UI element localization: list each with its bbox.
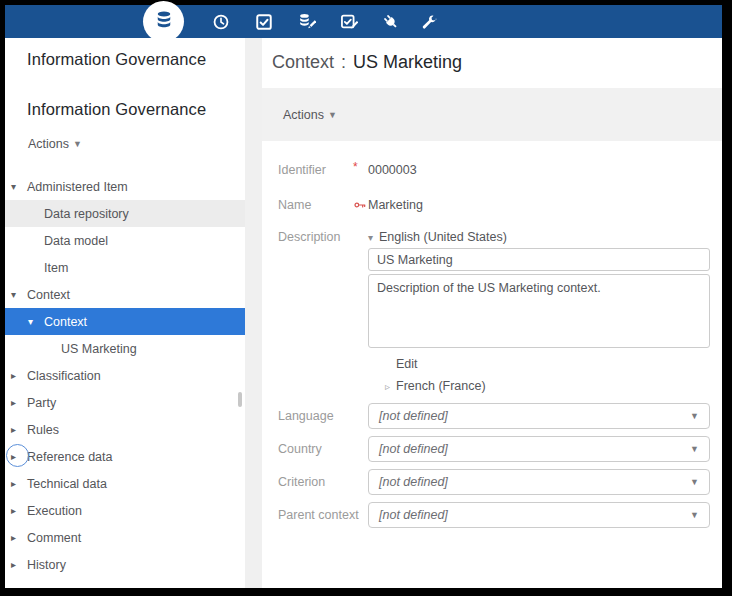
locale-french-label: French (France): [396, 379, 486, 393]
identifier-row: Identifier * 0000003: [278, 163, 710, 177]
tree-item-party[interactable]: ▸Party: [5, 389, 245, 416]
tree-item-history[interactable]: ▸History: [5, 551, 245, 578]
chevron-right-icon[interactable]: ▸: [11, 559, 27, 570]
tree-item-label: Context: [44, 315, 87, 329]
parent-context-select[interactable]: [not defined]▼: [368, 502, 710, 528]
tree-item-context[interactable]: ▾Context: [5, 281, 245, 308]
tree-item-label: Classification: [27, 369, 101, 383]
language-row: Language[not defined]▼: [278, 404, 710, 428]
check-square-icon[interactable]: [255, 13, 273, 31]
tree-item-label: History: [27, 558, 66, 572]
sidebar-scrollbar[interactable]: [238, 392, 242, 407]
tree-item-execution[interactable]: ▸Execution: [5, 497, 245, 524]
locale-english-toggle[interactable]: ▾ English (United States): [368, 230, 710, 244]
criterion-label: Criterion: [278, 475, 368, 489]
locale-english-label: English (United States): [379, 230, 507, 244]
tree-item-label: Data model: [44, 234, 108, 248]
select-value: [not defined]: [379, 409, 690, 423]
active-tool-highlight-circle[interactable]: [143, 1, 184, 42]
sidebar-actions-menu[interactable]: Actions▼: [28, 137, 82, 151]
tree-item-label: Comment: [27, 531, 81, 545]
tree-item-label: Rules: [27, 423, 59, 437]
plug-icon[interactable]: [382, 13, 400, 31]
tree-item-reference-data[interactable]: ▸Reference data: [5, 443, 245, 470]
identifier-value: 0000003: [368, 163, 417, 177]
chevron-right-icon: ▹: [385, 381, 396, 392]
tree-item-label: Party: [27, 396, 56, 410]
main-toolbar: Actions▼: [262, 88, 722, 141]
clock-icon[interactable]: [212, 13, 230, 31]
language-label: Language: [278, 409, 368, 423]
criterion-select[interactable]: [not defined]▼: [368, 469, 710, 495]
chevron-down-icon: ▼: [690, 411, 699, 421]
name-label: Name: [278, 198, 353, 212]
tree-item-technical-data[interactable]: ▸Technical data: [5, 470, 245, 497]
select-value: [not defined]: [379, 475, 690, 489]
tree-item-label: Execution: [27, 504, 82, 518]
description-title-input[interactable]: [368, 248, 710, 271]
wrench-icon[interactable]: [420, 13, 438, 31]
panel-divider[interactable]: [245, 38, 262, 588]
description-text-area[interactable]: Description of the US Marketing context.: [368, 274, 710, 348]
tree-item-label: Administered Item: [27, 180, 128, 194]
chevron-down-icon: ▼: [690, 477, 699, 487]
chevron-right-icon[interactable]: ▸: [11, 532, 27, 543]
application-window: Information Governance Information Gover…: [5, 5, 722, 588]
language-select[interactable]: [not defined]▼: [368, 403, 710, 429]
tree-item-us-marketing[interactable]: US Marketing: [5, 335, 245, 362]
key-icon: [353, 198, 368, 212]
name-value: Marketing: [368, 198, 423, 212]
tree-item-classification[interactable]: ▸Classification: [5, 362, 245, 389]
page-title-type: Context: [272, 52, 334, 72]
chevron-right-icon[interactable]: ▸: [11, 397, 27, 408]
name-row: Name Marketing: [278, 198, 710, 212]
tree-item-item[interactable]: Item: [5, 254, 245, 281]
tree-item-data-model[interactable]: Data model: [5, 227, 245, 254]
main-pane: Context:US Marketing Actions▼ Identifier…: [262, 38, 722, 588]
locale-french-toggle[interactable]: ▹ French (France): [385, 379, 710, 393]
navigation-tree: ▾Administered ItemData repositoryData mo…: [5, 173, 245, 578]
chevron-down-icon[interactable]: ▾: [11, 181, 27, 192]
country-select[interactable]: [not defined]▼: [368, 436, 710, 462]
required-asterisk: *: [353, 162, 358, 172]
tree-item-label: US Marketing: [61, 342, 137, 356]
tree-item-comment[interactable]: ▸Comment: [5, 524, 245, 551]
database-icon: [154, 10, 174, 34]
tree-item-label: Item: [44, 261, 68, 275]
app-title: Information Governance: [27, 50, 206, 69]
select-value: [not defined]: [379, 442, 690, 456]
main-actions-label: Actions: [283, 108, 324, 122]
database-edit-icon[interactable]: [298, 13, 316, 31]
chevron-right-icon[interactable]: ▸: [11, 478, 27, 489]
chevron-right-icon[interactable]: ▸: [11, 370, 27, 381]
main-actions-menu[interactable]: Actions▼: [283, 108, 337, 122]
chevron-right-icon[interactable]: ▸: [11, 424, 27, 435]
top-toolbar: [5, 5, 722, 38]
sidebar-panel-title: Information Governance: [27, 100, 206, 119]
chevron-down-icon: ▼: [690, 444, 699, 454]
page-title: Context:US Marketing: [272, 52, 462, 73]
chevron-down-icon: ▼: [328, 110, 337, 120]
sidebar: Information Governance Information Gover…: [5, 38, 245, 588]
chevron-down-icon: ▼: [73, 139, 82, 149]
tree-item-administered-item[interactable]: ▾Administered Item: [5, 173, 245, 200]
tree-item-label: Context: [27, 288, 70, 302]
highlight-ring: [6, 444, 29, 467]
context-form: Identifier * 0000003 Name Marketing Desc…: [262, 141, 722, 588]
tree-item-data-repository[interactable]: Data repository: [5, 200, 245, 227]
chevron-right-icon[interactable]: ▸: [11, 505, 27, 516]
criterion-row: Criterion[not defined]▼: [278, 470, 710, 494]
check-square-edit-icon[interactable]: [340, 13, 358, 31]
chevron-down-icon[interactable]: ▾: [11, 289, 27, 300]
tree-item-label: Reference data: [27, 450, 112, 464]
tree-item-context[interactable]: ▾Context: [5, 308, 245, 335]
parent-context-row: Parent context[not defined]▼: [278, 503, 710, 527]
tree-item-label: Data repository: [44, 207, 129, 221]
tree-item-rules[interactable]: ▸Rules: [5, 416, 245, 443]
edit-link[interactable]: Edit: [396, 357, 418, 371]
country-label: Country: [278, 442, 368, 456]
description-label: Description: [278, 230, 353, 244]
page-title-separator: :: [334, 52, 353, 72]
chevron-down-icon: ▼: [690, 510, 699, 520]
chevron-down-icon[interactable]: ▾: [28, 316, 44, 327]
